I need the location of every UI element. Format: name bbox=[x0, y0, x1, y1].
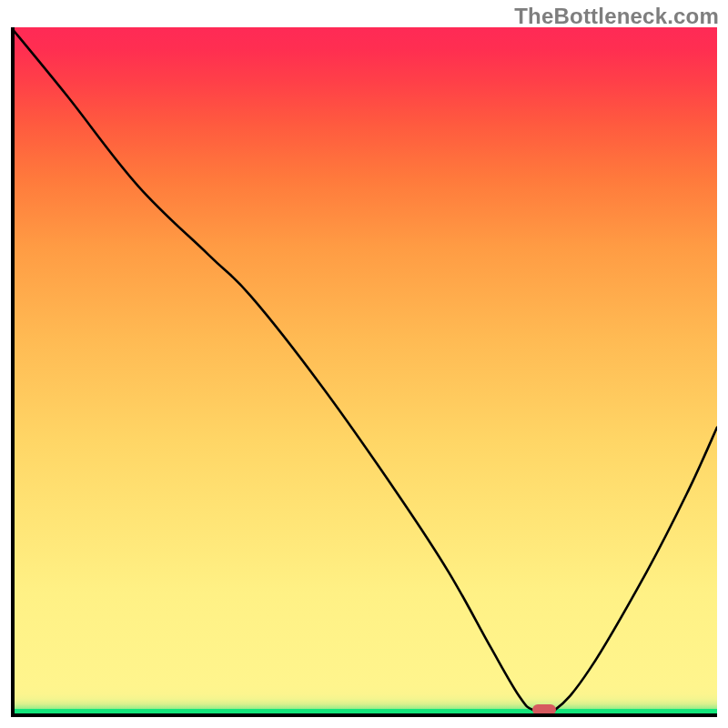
attribution-text: TheBottleneck.com bbox=[514, 4, 719, 29]
chart-area bbox=[11, 27, 717, 717]
bottleneck-curve bbox=[11, 27, 717, 717]
optimal-point-marker bbox=[532, 704, 556, 715]
